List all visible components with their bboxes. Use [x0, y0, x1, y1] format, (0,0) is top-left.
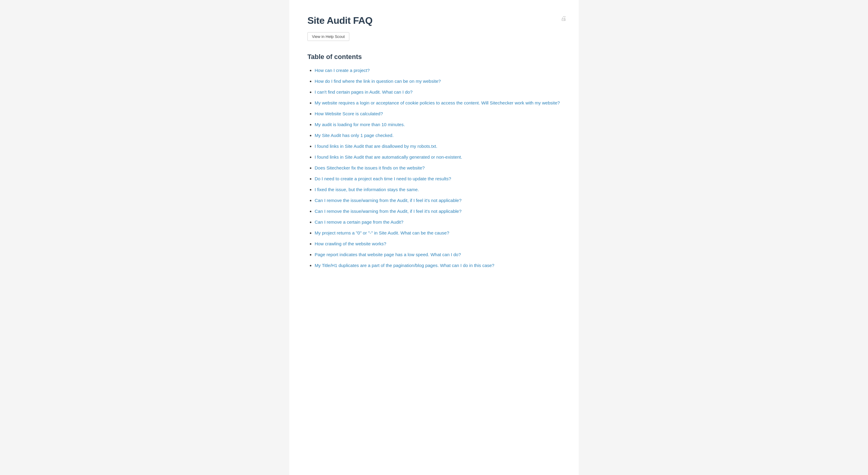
page-wrapper: 🖨 Site Audit FAQ View in Help Scout Tabl… [0, 0, 868, 475]
toc-link[interactable]: My Title/H1 duplicates are a part of the… [315, 263, 494, 268]
toc-link[interactable]: My audit is loading for more than 10 min… [315, 122, 405, 127]
list-item: Can I remove the issue/warning from the … [315, 208, 561, 215]
list-item: My Site Audit has only 1 page checked. [315, 132, 561, 139]
toc-link[interactable]: I can't find certain pages in Audit. Wha… [315, 90, 412, 95]
toc-link[interactable]: I found links in Site Audit that are dis… [315, 144, 437, 149]
right-sidebar [579, 0, 654, 475]
list-item: My Title/H1 duplicates are a part of the… [315, 262, 561, 269]
toc-list: How can I create a project?How do I find… [307, 67, 561, 269]
toc-link[interactable]: How Website Score is calculated? [315, 111, 383, 116]
toc-link[interactable]: My website requires a login or acceptanc… [315, 100, 560, 105]
toc-link[interactable]: Does Sitechecker fix the issues it finds… [315, 165, 425, 170]
toc-link[interactable]: My project returns a "0" or "-" in Site … [315, 230, 450, 235]
list-item: I can't find certain pages in Audit. Wha… [315, 89, 561, 96]
page-title: Site Audit FAQ [307, 15, 561, 26]
list-item: I found links in Site Audit that are aut… [315, 154, 561, 161]
list-item: How Website Score is calculated? [315, 110, 561, 117]
toc-link[interactable]: How do I find where the link in question… [315, 78, 441, 84]
toc-heading: Table of contents [307, 53, 561, 61]
toc-link[interactable]: My Site Audit has only 1 page checked. [315, 133, 394, 138]
list-item: How crawling of the website works? [315, 240, 561, 247]
list-item: I found links in Site Audit that are dis… [315, 143, 561, 150]
toc-link[interactable]: Page report indicates that website page … [315, 252, 461, 257]
print-icon[interactable]: 🖨 [561, 15, 567, 22]
list-item: Page report indicates that website page … [315, 251, 561, 258]
list-item: How can I create a project? [315, 67, 561, 74]
toc-link[interactable]: How crawling of the website works? [315, 241, 386, 246]
list-item: Can I remove the issue/warning from the … [315, 197, 561, 204]
list-item: My project returns a "0" or "-" in Site … [315, 229, 561, 237]
list-item: My website requires a login or acceptanc… [315, 99, 561, 107]
toc-link[interactable]: How can I create a project? [315, 68, 370, 73]
list-item: I fixed the issue, but the information s… [315, 186, 561, 193]
list-item: Does Sitechecker fix the issues it finds… [315, 164, 561, 172]
list-item: Can I remove a certain page from the Aud… [315, 218, 561, 226]
toc-link[interactable]: I fixed the issue, but the information s… [315, 187, 419, 192]
toc-link[interactable]: Do I need to create a project each time … [315, 176, 451, 181]
toc-link[interactable]: Can I remove the issue/warning from the … [315, 198, 461, 203]
toc-link[interactable]: Can I remove a certain page from the Aud… [315, 219, 403, 225]
toc-link[interactable]: I found links in Site Audit that are aut… [315, 155, 462, 160]
list-item: Do I need to create a project each time … [315, 175, 561, 182]
list-item: How do I find where the link in question… [315, 78, 561, 85]
view-in-helpscout-button[interactable]: View in Help Scout [307, 32, 349, 41]
left-sidebar [214, 0, 289, 475]
toc-link[interactable]: Can I remove the issue/warning from the … [315, 209, 461, 214]
list-item: My audit is loading for more than 10 min… [315, 121, 561, 128]
content-area: 🖨 Site Audit FAQ View in Help Scout Tabl… [289, 0, 579, 475]
